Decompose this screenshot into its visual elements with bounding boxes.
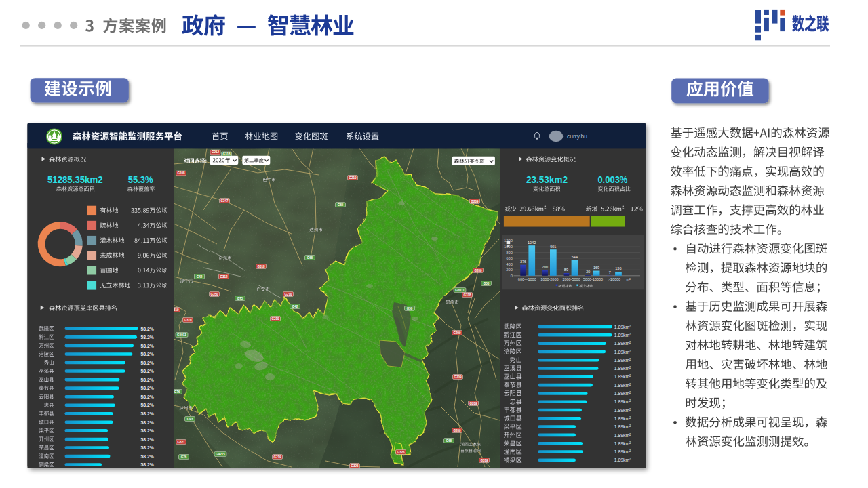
svg-text:G219: G219 (273, 455, 281, 459)
svg-text:G319: G319 (480, 459, 488, 462)
svg-text:1.89km²: 1.89km² (614, 340, 631, 346)
svg-text:200: 200 (506, 268, 513, 272)
svg-text:2000-5000: 2000-5000 (562, 277, 580, 281)
svg-text:58.2%: 58.2% (141, 462, 155, 468)
svg-text:G6911: G6911 (455, 289, 465, 292)
svg-text:58.2%: 58.2% (141, 334, 155, 340)
svg-text:G76: G76 (181, 455, 187, 459)
svg-text:58.2%: 58.2% (141, 411, 155, 417)
svg-text:58.2%: 58.2% (141, 453, 155, 460)
svg-text:G326: G326 (351, 464, 359, 468)
svg-text:1.89km²: 1.89km² (614, 357, 631, 363)
svg-text:G321: G321 (177, 441, 185, 444)
svg-text:169: 169 (593, 266, 599, 270)
svg-text:1.89km²: 1.89km² (614, 332, 631, 338)
svg-text:376: 376 (520, 260, 526, 264)
svg-text:58.2%: 58.2% (141, 326, 155, 332)
svg-text:55.3%: 55.3% (128, 174, 153, 185)
svg-text:G209: G209 (454, 375, 462, 379)
svg-text:58.2%: 58.2% (141, 394, 155, 400)
svg-text:400: 400 (506, 262, 513, 266)
svg-text:1.89km²: 1.89km² (614, 390, 631, 396)
svg-text:58.2%: 58.2% (141, 377, 155, 383)
svg-text:1042: 1042 (528, 241, 536, 245)
svg-text:G312: G312 (220, 275, 228, 279)
svg-text:1.89km²: 1.89km² (614, 449, 631, 455)
svg-text:1.89km²: 1.89km² (614, 399, 631, 405)
svg-text:G65: G65 (338, 203, 344, 207)
svg-text:G50: G50 (484, 282, 490, 285)
svg-text:G347: G347 (220, 199, 229, 203)
svg-text:G210: G210 (271, 317, 279, 321)
svg-text:5000-10000: 5000-10000 (583, 277, 603, 281)
svg-text:>10000: >10000 (608, 277, 621, 281)
svg-text:G350: G350 (210, 293, 218, 296)
svg-text:G210: G210 (284, 293, 292, 296)
svg-text:20: 20 (586, 270, 590, 274)
svg-text:G209: G209 (453, 429, 461, 432)
svg-text:58.2%: 58.2% (141, 343, 155, 349)
svg-text:1.89km²: 1.89km² (614, 441, 631, 447)
svg-text:1.89km²: 1.89km² (614, 349, 631, 355)
svg-text:G210: G210 (349, 176, 357, 180)
svg-text:600: 600 (506, 256, 513, 260)
svg-text:G108: G108 (177, 171, 185, 175)
svg-text:G65: G65 (446, 439, 452, 443)
svg-text:curry.hu: curry.hu (567, 133, 587, 140)
svg-text:58.2%: 58.2% (141, 368, 155, 374)
svg-text:G42: G42 (292, 305, 298, 308)
svg-text:G50: G50 (407, 307, 413, 310)
svg-text:G42: G42 (197, 275, 203, 279)
svg-text:89: 89 (564, 268, 568, 272)
svg-text:1.89km²: 1.89km² (614, 382, 631, 388)
svg-text:58.2%: 58.2% (141, 385, 155, 391)
svg-text:G318: G318 (222, 152, 231, 156)
svg-text:G319: G319 (184, 319, 192, 322)
svg-text:58.2%: 58.2% (141, 360, 155, 366)
svg-text:58.2%: 58.2% (141, 428, 155, 434)
svg-text:58.2%: 58.2% (141, 445, 155, 451)
svg-text:1.89km²: 1.89km² (614, 432, 631, 439)
svg-text:1.89km²: 1.89km² (614, 373, 631, 380)
svg-text:1.89km²: 1.89km² (614, 424, 631, 430)
svg-text:1.89km²: 1.89km² (614, 415, 631, 422)
svg-text:1000-2000: 1000-2000 (540, 277, 558, 281)
svg-text:51285.35km2: 51285.35km2 (47, 174, 103, 185)
svg-text:G76: G76 (174, 390, 180, 394)
svg-text:544: 544 (572, 255, 578, 259)
svg-text:136: 136 (615, 266, 621, 270)
svg-text:7: 7 (609, 270, 611, 274)
svg-text:1.89km²: 1.89km² (614, 324, 631, 330)
svg-text:58.2%: 58.2% (141, 402, 155, 408)
svg-text:G4215: G4215 (216, 453, 225, 456)
svg-text:G209: G209 (453, 331, 461, 335)
svg-text:m²: m² (626, 277, 631, 281)
svg-text:23.53km2: 23.53km2 (526, 174, 568, 185)
svg-text:G209: G209 (474, 269, 482, 272)
svg-text:0.003%: 0.003% (597, 174, 627, 185)
svg-text:600—1000: 600—1000 (518, 277, 536, 281)
svg-text:58.2%: 58.2% (141, 420, 155, 426)
svg-text:0: 0 (511, 274, 513, 278)
svg-text:G318: G318 (463, 293, 471, 297)
svg-text:G212: G212 (212, 150, 220, 154)
svg-text:G75: G75 (237, 297, 243, 300)
svg-text:800: 800 (506, 251, 513, 255)
svg-text:1.89km²: 1.89km² (614, 457, 631, 463)
svg-text:58.2%: 58.2% (141, 351, 155, 357)
svg-text:1.89km²: 1.89km² (614, 365, 631, 371)
svg-text:G209: G209 (469, 402, 477, 405)
svg-text:901: 901 (550, 245, 556, 249)
svg-text:1.89km²: 1.89km² (614, 407, 631, 413)
svg-text:G326: G326 (397, 451, 405, 454)
svg-text:G318: G318 (257, 265, 265, 268)
svg-text:G209: G209 (471, 200, 479, 203)
svg-text:G65: G65 (307, 256, 313, 260)
svg-text:G5013: G5013 (177, 333, 186, 337)
svg-text:G93: G93 (187, 418, 193, 421)
svg-text:58.2%: 58.2% (141, 436, 155, 443)
svg-text:200: 200 (542, 265, 548, 269)
